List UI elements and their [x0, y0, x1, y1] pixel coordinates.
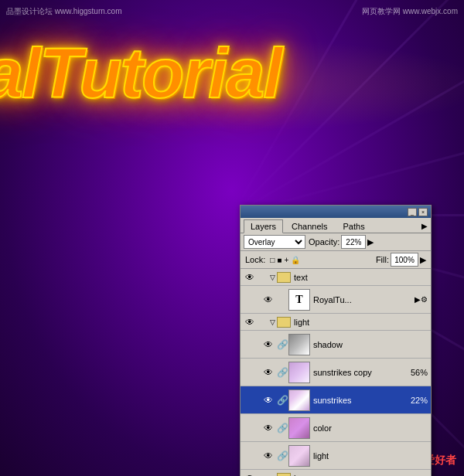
canvas-art: alTutorial [0, 31, 464, 116]
group-triangle-light[interactable]: ▽ [270, 318, 275, 326]
layer-style-icon: ⚙ [421, 295, 428, 304]
layer-eye-sunstrikes-copy[interactable]: 👁 [262, 366, 275, 379]
lock-icons: □ ■ + 🔒 [270, 256, 300, 264]
layer-thumb-sunstrikes [288, 389, 310, 411]
layer-thumb-color [288, 417, 310, 439]
lock-fill-row: Lock: □ ■ + 🔒 Fill: ▶ [241, 251, 431, 269]
folder-icon-bg [277, 473, 291, 477]
thumb-sunstrikes-copy-img [289, 362, 309, 382]
layer-row-light-sub[interactable]: 👁 🔗 light [241, 442, 431, 470]
lock-position-icon[interactable]: + [284, 256, 288, 264]
panel-titlebar: _ × [241, 206, 431, 218]
layer-group-bg[interactable]: 👁 ▷ bg [241, 470, 431, 476]
layer-thumb-shadow [288, 334, 310, 355]
layer-name-color: color [313, 423, 428, 433]
opacity-label: Opacity: [309, 237, 339, 246]
layer-group-text[interactable]: 👁 ▽ text [241, 269, 431, 286]
layer-fx-icon: ▶ [415, 295, 421, 304]
layer-link-sunstrikes-copy[interactable]: 🔗 [276, 366, 288, 379]
opacity-arrow[interactable]: ▶ [367, 237, 374, 247]
layer-eye-bg[interactable]: 👁 [244, 472, 256, 477]
layer-link-shadow[interactable]: 🔗 [276, 338, 288, 351]
layer-pct-sunstrikes-copy: 56% [411, 368, 428, 377]
layer-link-text [258, 271, 270, 284]
thumb-light-img [289, 446, 309, 466]
layer-name-text: text [294, 273, 428, 282]
layers-panel: _ × Layers Channels Paths ▶ Overlay Norm… [240, 205, 432, 476]
layer-eye-sunstrikes[interactable]: 👁 [262, 394, 275, 406]
folder-icon-light [277, 317, 291, 328]
panel-menu-arrow[interactable]: ▶ [421, 222, 428, 230]
layer-row-sunstrikes-copy[interactable]: 👁 🔗 sunstrikes copy 56% [241, 359, 431, 386]
layer-group-light[interactable]: 👁 ▽ light [241, 314, 431, 331]
blend-opacity-toolbar: Overlay Normal Multiply Screen Opacity: … [241, 233, 431, 251]
layer-name-light-sub: light [313, 451, 428, 461]
tab-layers[interactable]: Layers [244, 219, 283, 233]
layer-row-shadow[interactable]: 👁 🔗 shadow [241, 331, 431, 359]
layer-link-bg [258, 472, 270, 477]
layer-name-royaltu: RoyalTu... [313, 295, 413, 304]
layer-eye-royaltu[interactable]: 👁 [262, 294, 275, 306]
thumb-text-icon: T [289, 290, 309, 310]
layer-eye-color[interactable]: 👁 [262, 422, 275, 434]
fill-arrow[interactable]: ▶ [420, 255, 426, 265]
layers-list: 👁 ▽ text 👁 T RoyalTu... ▶ ⚙ 👁 ▽ light [241, 269, 431, 476]
layer-eye-text[interactable]: 👁 [244, 271, 256, 284]
thumb-shadow-img [289, 335, 309, 355]
close-button[interactable]: × [418, 208, 428, 216]
lock-transparent-icon[interactable]: □ [270, 256, 275, 264]
layer-eye-light-sub[interactable]: 👁 [262, 450, 275, 462]
layer-name-sunstrikes: sunstrikes [313, 396, 408, 405]
folder-icon-text [277, 272, 291, 283]
opacity-input[interactable] [341, 235, 366, 249]
layer-eye-light-group[interactable]: 👁 [244, 316, 256, 328]
tutorial-title-text: alTutorial [0, 31, 464, 116]
watermark-right: 网页教学网 www.webjx.com [362, 6, 458, 17]
layer-name-sunstrikes-copy: sunstrikes copy [313, 368, 408, 377]
layer-thumb-light-sub [288, 445, 310, 467]
thumb-sunstrikes-img [289, 390, 309, 410]
group-triangle-text[interactable]: ▽ [270, 274, 275, 281]
opacity-control: Opacity: ▶ [309, 235, 374, 249]
thumb-color-img [289, 418, 309, 438]
blend-mode-select[interactable]: Overlay Normal Multiply Screen [244, 235, 305, 249]
lock-image-icon[interactable]: ■ [277, 256, 281, 264]
lock-label: Lock: [245, 255, 265, 264]
titlebar-buttons: _ × [408, 208, 428, 216]
tab-channels[interactable]: Channels [285, 219, 334, 233]
layer-row-sunstrikes[interactable]: 👁 🔗 sunstrikes 22% [241, 386, 431, 414]
layer-thumb-sunstrikes-copy [288, 362, 310, 383]
panel-tabs: Layers Channels Paths ▶ [241, 218, 431, 233]
tab-paths[interactable]: Paths [336, 219, 372, 233]
layer-link-color[interactable]: 🔗 [276, 422, 288, 434]
lock-all-icon[interactable]: 🔒 [291, 256, 300, 264]
fill-control: Fill: ▶ [376, 253, 426, 267]
minimize-button[interactable]: _ [408, 208, 417, 216]
layer-link-light-sub[interactable]: 🔗 [276, 450, 288, 462]
layer-name-shadow: shadow [313, 340, 428, 349]
layer-link-sunstrikes[interactable]: 🔗 [276, 394, 288, 406]
layer-link-light-group [258, 316, 270, 328]
layer-thumb-royaltu: T [288, 289, 310, 311]
layer-row-color[interactable]: 👁 🔗 color [241, 414, 431, 442]
layer-pct-sunstrikes: 22% [411, 396, 428, 405]
fill-input[interactable] [391, 253, 418, 267]
watermark-left: 品墨设计论坛 www.higgsturn.com [6, 6, 121, 17]
fill-label: Fill: [376, 255, 389, 264]
layer-link-royaltu [276, 294, 288, 306]
layer-row-royaltu[interactable]: 👁 T RoyalTu... ▶ ⚙ [241, 286, 431, 314]
layer-name-light-group: light [294, 318, 428, 327]
layer-name-bg: bg [294, 474, 428, 477]
layer-eye-shadow[interactable]: 👁 [262, 338, 275, 351]
